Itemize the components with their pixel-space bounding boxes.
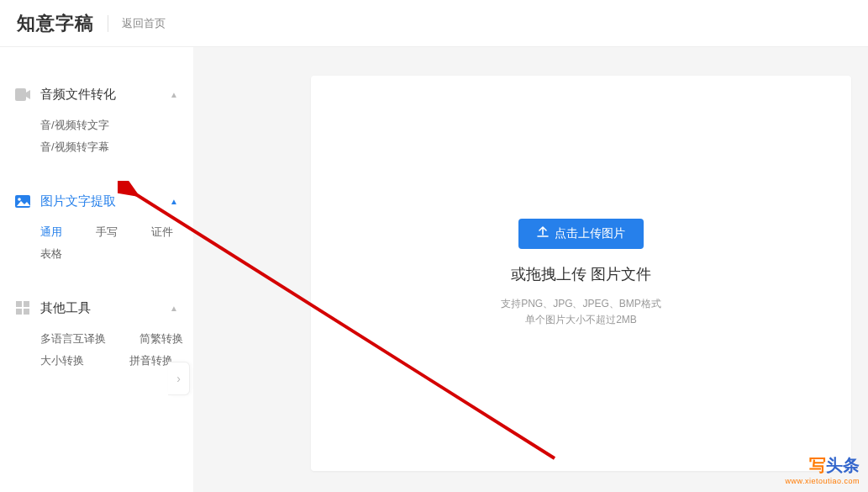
sidebar-section-image-ocr: 图片文字提取 ▲ 通用 手写 证件 表格 xyxy=(0,188,193,265)
upload-hint: 支持PNG、JPG、JPEG、BMP格式 单个图片大小不超过2MB xyxy=(501,296,661,328)
svg-rect-0 xyxy=(15,88,26,101)
svg-point-2 xyxy=(18,198,21,201)
sidebar-section-other-tools: 其他工具 ▲ 多语言互译换 简繁转换 大小转换 拼音转换 xyxy=(0,294,193,372)
upload-icon xyxy=(537,226,549,241)
image-icon xyxy=(15,193,30,209)
divider xyxy=(108,15,108,32)
section-title: 音频文件转化 xyxy=(40,87,170,103)
grid-icon xyxy=(15,300,30,315)
sidebar-item-audio-to-subtitle[interactable]: 音/视频转字幕 xyxy=(40,136,109,158)
watermark-url: www.xietoutiao.com xyxy=(785,477,860,485)
logo: 知意字稿 xyxy=(17,11,94,36)
section-title: 图片文字提取 xyxy=(40,193,170,209)
sidebar-item-general[interactable]: 通用 xyxy=(40,221,62,243)
svg-rect-3 xyxy=(16,301,22,307)
sidebar-item-translate[interactable]: 多语言互译换 xyxy=(40,328,106,350)
section-title: 其他工具 xyxy=(40,300,170,316)
section-header-other[interactable]: 其他工具 ▲ xyxy=(0,294,193,321)
sidebar: 音频文件转化 ▲ 音/视频转文字 音/视频转字幕 图片文字提取 ▲ 通用 手写 … xyxy=(0,47,193,492)
sidebar-item-handwriting[interactable]: 手写 xyxy=(96,221,118,243)
watermark-logo: 写头条 xyxy=(785,454,860,477)
video-icon xyxy=(15,87,30,102)
home-link[interactable]: 返回首页 xyxy=(122,16,166,31)
sidebar-item-simplify[interactable]: 简繁转换 xyxy=(139,328,183,350)
sidebar-item-case[interactable]: 大小转换 xyxy=(40,350,84,372)
sidebar-item-audio-to-text[interactable]: 音/视频转文字 xyxy=(40,114,109,136)
svg-rect-6 xyxy=(24,309,29,315)
chevron-up-icon: ▲ xyxy=(170,197,178,206)
sidebar-collapse-handle[interactable]: › xyxy=(168,362,190,395)
upload-button[interactable]: 点击上传图片 xyxy=(518,219,644,249)
svg-rect-4 xyxy=(24,301,29,307)
watermark: 写头条 www.xietoutiao.com xyxy=(785,454,860,485)
upload-panel: 点击上传图片 或拖拽上传 图片文件 支持PNG、JPG、JPEG、BMP格式 单… xyxy=(311,76,851,471)
hint-formats: 支持PNG、JPG、JPEG、BMP格式 xyxy=(501,296,661,312)
sub-items: 音/视频转文字 音/视频转字幕 xyxy=(0,108,193,158)
sub-items: 多语言互译换 简繁转换 大小转换 拼音转换 xyxy=(0,321,193,372)
hint-size: 单个图片大小不超过2MB xyxy=(501,312,661,328)
header: 知意字稿 返回首页 xyxy=(0,0,868,47)
chevron-right-icon: › xyxy=(176,372,181,385)
sidebar-item-table[interactable]: 表格 xyxy=(40,243,62,265)
sidebar-item-id[interactable]: 证件 xyxy=(151,221,173,243)
section-header-audio[interactable]: 音频文件转化 ▲ xyxy=(0,81,193,108)
svg-rect-5 xyxy=(16,309,22,315)
section-header-image-ocr[interactable]: 图片文字提取 ▲ xyxy=(0,188,193,214)
sidebar-section-audio: 音频文件转化 ▲ 音/视频转文字 音/视频转字幕 xyxy=(0,81,193,158)
drag-upload-title: 或拖拽上传 图片文件 xyxy=(511,264,651,284)
chevron-up-icon: ▲ xyxy=(170,304,178,313)
sidebar-item-pinyin[interactable]: 拼音转换 xyxy=(129,350,173,372)
sub-items: 通用 手写 证件 表格 xyxy=(0,214,193,265)
chevron-up-icon: ▲ xyxy=(170,90,178,99)
upload-button-label: 点击上传图片 xyxy=(555,226,625,241)
